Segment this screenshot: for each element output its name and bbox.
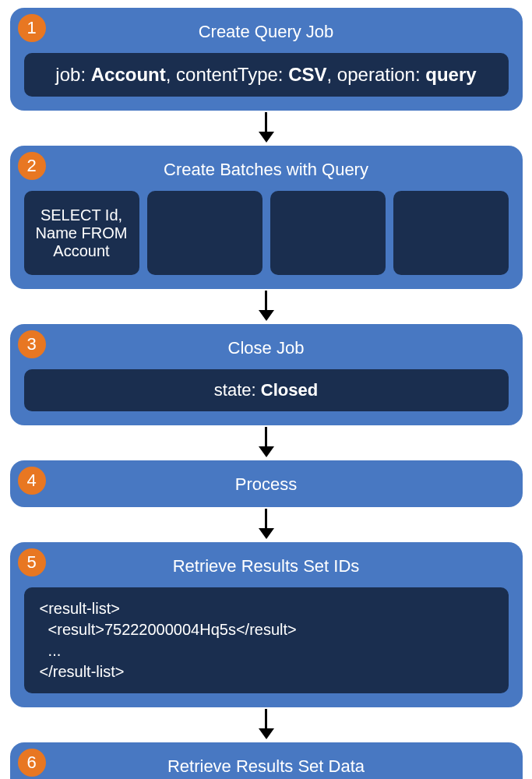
step-1-content: job: Account, contentType: CSV, operatio… bbox=[24, 53, 509, 97]
step-5: 5 Retrieve Results Set IDs <result-list>… bbox=[10, 542, 523, 707]
step-1: 1 Create Query Job job: Account, content… bbox=[10, 8, 523, 111]
arrow-3-4 bbox=[259, 427, 274, 457]
step-1-badge: 1 bbox=[18, 14, 46, 42]
arrow-4-5 bbox=[259, 509, 274, 539]
step-4-badge: 4 bbox=[18, 467, 46, 495]
step-5-code: <result-list> <result>75222000004Hq5s</r… bbox=[24, 587, 509, 693]
step-4-title: Process bbox=[24, 474, 509, 495]
step-4: 4 Process bbox=[10, 460, 523, 507]
step-3-badge: 3 bbox=[18, 330, 46, 358]
flow-diagram: 1 Create Query Job job: Account, content… bbox=[9, 8, 523, 779]
step-5-title: Retrieve Results Set IDs bbox=[24, 556, 509, 576]
step-2: 2 Create Batches with Query SELECT Id, N… bbox=[10, 146, 523, 289]
step-2-batches: SELECT Id, Name FROM Account bbox=[24, 191, 509, 275]
step-5-badge: 5 bbox=[18, 548, 46, 576]
step-3-title: Close Job bbox=[24, 338, 509, 358]
step-3: 3 Close Job state: Closed bbox=[10, 324, 523, 425]
step-6-badge: 6 bbox=[18, 749, 46, 777]
step-6: 6 Retrieve Results Set Data "Id","Name" … bbox=[10, 742, 523, 779]
step-3-content: state: Closed bbox=[24, 369, 509, 411]
arrow-2-3 bbox=[259, 291, 274, 321]
step-2-title: Create Batches with Query bbox=[24, 160, 509, 180]
step-2-badge: 2 bbox=[18, 152, 46, 180]
batch-cell-2 bbox=[147, 191, 262, 275]
step-6-title: Retrieve Results Set Data bbox=[24, 756, 509, 777]
batch-cell-1: SELECT Id, Name FROM Account bbox=[24, 191, 139, 275]
arrow-1-2 bbox=[259, 112, 274, 143]
batch-cell-3 bbox=[270, 191, 386, 275]
batch-cell-4 bbox=[393, 191, 509, 275]
step-1-title: Create Query Job bbox=[24, 22, 509, 42]
arrow-5-6 bbox=[259, 709, 274, 739]
